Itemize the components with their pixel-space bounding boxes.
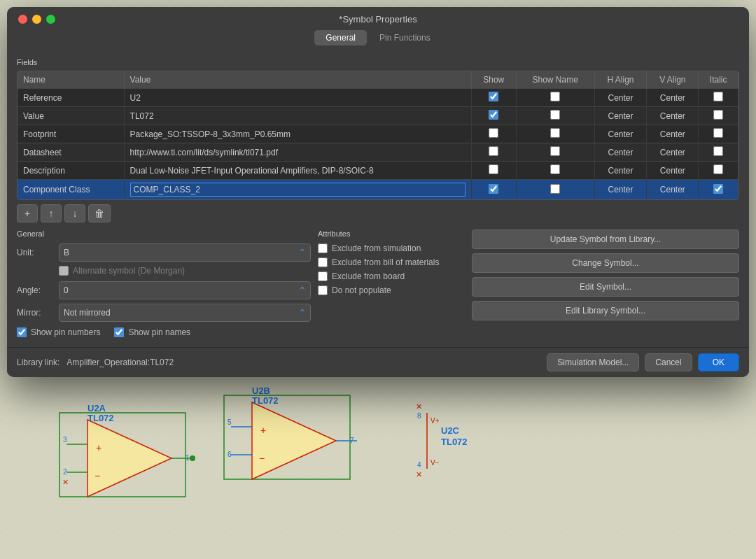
svg-text:V+: V+ [430, 417, 440, 425]
cell-value-input[interactable] [130, 183, 465, 197]
svg-text:5: 5 [227, 418, 232, 426]
table-row[interactable]: FootprintPackage_SO:TSSOP-8_3x3mm_P0.65m… [18, 125, 738, 143]
show-name-checkbox[interactable] [550, 92, 560, 101]
show-pin-names-checkbox[interactable] [114, 327, 124, 337]
simulation-model-button[interactable]: Simulation Model... [547, 353, 639, 372]
angle-select[interactable]: 0 [59, 281, 311, 299]
show-checkbox[interactable] [489, 146, 498, 156]
svg-text:3: 3 [63, 436, 67, 444]
show-checkbox[interactable] [489, 164, 498, 174]
cell-show-name [516, 89, 594, 107]
edit-library-symbol-button[interactable]: Edit Library Symbol... [472, 301, 739, 320]
fields-table-scroll[interactable]: Name Value Show Show Name H Align V Alig… [18, 71, 738, 199]
angle-label: Angle: [17, 285, 59, 295]
table-row[interactable]: DescriptionDual Low-Noise JFET-Input Ope… [18, 162, 738, 180]
show-pin-numbers-checkbox[interactable] [17, 327, 27, 337]
cell-show [471, 180, 516, 200]
change-symbol-button[interactable]: Change Symbol... [472, 253, 739, 273]
move-down-button[interactable]: ↓ [64, 204, 85, 222]
actions-panel: Update Symbol from Library... Change Sym… [472, 229, 739, 337]
svg-text:+: + [96, 442, 102, 453]
show-checkbox[interactable] [489, 110, 498, 120]
cell-italic [699, 89, 738, 107]
attribute-item-excl_board: Exclude from board [318, 271, 465, 281]
cell-h-align: Center [594, 89, 647, 107]
library-link-value: Amplifier_Operational:TL072 [66, 358, 174, 367]
italic-checkbox[interactable] [713, 184, 723, 194]
dialog-title: *Symbol Properties [18, 14, 738, 24]
alt-symbol-label: Alternate symbol (De Morgan) [69, 266, 185, 276]
show-name-checkbox[interactable] [550, 110, 560, 120]
minimize-button[interactable] [32, 15, 41, 24]
maximize-button[interactable] [46, 15, 55, 24]
attr-checkbox-excl_bom[interactable] [318, 257, 328, 267]
show-checkbox[interactable] [489, 184, 498, 194]
cell-value[interactable] [124, 180, 471, 200]
edit-symbol-button[interactable]: Edit Symbol... [472, 277, 739, 297]
svg-point-16 [190, 455, 195, 461]
italic-checkbox[interactable] [713, 128, 723, 138]
cell-show [471, 125, 516, 143]
attributes-panel: Attributes Exclude from simulationExclud… [318, 229, 465, 337]
col-v-align: V Align [647, 71, 699, 89]
svg-text:V−: V− [430, 459, 440, 467]
unit-select-wrapper: B ⌃ [59, 243, 311, 262]
tab-general[interactable]: General [314, 30, 367, 45]
unit-select[interactable]: B [59, 243, 311, 262]
cell-show-name [516, 125, 594, 143]
svg-text:−: − [94, 470, 100, 481]
lower-section: General Unit: B ⌃ Alternate symbol (De M… [17, 229, 739, 337]
cell-italic [699, 162, 738, 180]
attribute-item-no_populate: Do not populate [318, 285, 465, 295]
show-name-checkbox[interactable] [550, 146, 560, 156]
cell-show [471, 162, 516, 180]
table-header-row: Name Value Show Show Name H Align V Alig… [18, 71, 738, 89]
cell-value: U2 [124, 89, 471, 107]
attr-checkbox-excl_board[interactable] [318, 271, 328, 281]
attr-checkbox-excl_sim[interactable] [318, 243, 328, 253]
add-row-button[interactable]: + [17, 204, 38, 222]
table-row[interactable]: Component ClassCenterCenter [18, 180, 738, 200]
ok-button[interactable]: OK [698, 353, 739, 372]
alt-symbol-checkbox[interactable] [59, 266, 69, 276]
svg-text:7: 7 [350, 437, 354, 444]
update-symbol-button[interactable]: Update Symbol from Library... [472, 229, 739, 249]
move-up-button[interactable]: ↑ [41, 204, 62, 222]
delete-row-button[interactable]: 🗑 [88, 204, 111, 222]
unit-row: Unit: B ⌃ [17, 243, 311, 262]
cell-value: Package_SO:TSSOP-8_3x3mm_P0.65mm [124, 125, 471, 143]
cell-v-align: Center [647, 180, 699, 200]
show-name-checkbox[interactable] [550, 128, 560, 138]
italic-checkbox[interactable] [713, 146, 723, 156]
cell-show [471, 107, 516, 125]
table-row[interactable]: Datasheethttp://www.ti.com/lit/ds/symlin… [18, 143, 738, 162]
show-checkbox[interactable] [489, 128, 498, 138]
dialog: *Symbol Properties General Pin Functions… [7, 7, 749, 377]
show-pin-numbers-wrapper: Show pin numbers [17, 327, 100, 337]
mirror-select-wrapper: Not mirrored Mirror X Mirror Y ⌃ [59, 304, 311, 322]
show-name-checkbox[interactable] [550, 164, 560, 174]
cell-show-name [516, 162, 594, 180]
svg-text:U2C: U2C [441, 425, 460, 436]
cell-show [471, 143, 516, 162]
tab-pin-functions[interactable]: Pin Functions [368, 30, 442, 45]
bottom-bar: Library link: Amplifier_Operational:TL07… [7, 347, 749, 377]
cancel-button[interactable]: Cancel [645, 353, 692, 372]
mirror-row: Mirror: Not mirrored Mirror X Mirror Y ⌃ [17, 304, 311, 322]
cell-v-align: Center [647, 107, 699, 125]
mirror-select[interactable]: Not mirrored Mirror X Mirror Y [59, 304, 311, 322]
svg-text:✕: ✕ [62, 478, 69, 486]
attr-checkbox-no_populate[interactable] [318, 285, 328, 295]
table-row[interactable]: ReferenceU2CenterCenter [18, 89, 738, 107]
italic-checkbox[interactable] [713, 164, 723, 174]
col-show-name: Show Name [516, 71, 594, 89]
cell-h-align: Center [594, 180, 647, 200]
attr-label-no_populate: Do not populate [332, 285, 391, 295]
italic-checkbox[interactable] [713, 110, 723, 120]
angle-select-wrapper: 0 ⌃ [59, 281, 311, 299]
show-checkbox[interactable] [489, 92, 498, 101]
close-button[interactable] [18, 15, 27, 24]
table-row[interactable]: ValueTL072CenterCenter [18, 107, 738, 125]
show-name-checkbox[interactable] [550, 184, 560, 194]
italic-checkbox[interactable] [713, 92, 723, 101]
